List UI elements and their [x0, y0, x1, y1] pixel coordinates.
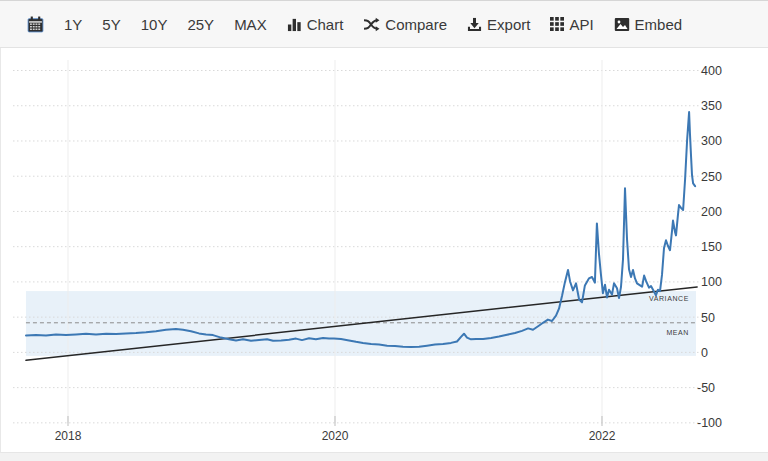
toolbar-button-embed[interactable]: Embed [604, 1, 693, 47]
y-axis-label: -50 [697, 381, 715, 395]
x-axis-label: 2020 [322, 429, 349, 443]
toolbar-button-1y[interactable]: 1Y [54, 1, 92, 47]
x-axis-label: 2022 [589, 429, 616, 443]
y-axis-label: 100 [701, 275, 722, 289]
calendar-icon [27, 16, 44, 33]
calendar-button[interactable] [17, 1, 54, 47]
toolbar-button-25y[interactable]: 25Y [177, 1, 224, 47]
toolbar-button-api-label: API [569, 16, 593, 33]
image-icon [614, 17, 630, 32]
y-axis-label: 150 [701, 240, 722, 254]
price-chart[interactable]: 400350300250200150100500-50-100201820202… [1, 48, 768, 453]
toolbar-button-5y-label: 5Y [102, 16, 120, 33]
bar-chart-icon [287, 17, 302, 32]
x-axis-label: 2018 [55, 429, 82, 443]
toolbar-button-5y[interactable]: 5Y [92, 1, 130, 47]
toolbar-button-embed-label: Embed [635, 16, 683, 33]
toolbar-button-compare-label: Compare [385, 16, 447, 33]
variance-label: VARIANCE [649, 295, 689, 302]
toolbar-button-export[interactable]: Export [457, 1, 540, 47]
y-axis-label: 400 [701, 64, 722, 78]
grid-icon [550, 17, 564, 31]
y-axis-label: -100 [697, 416, 722, 430]
toolbar-button-compare[interactable]: Compare [353, 1, 457, 47]
toolbar: 1Y 5Y 10Y 25Y MAX Chart [0, 0, 768, 48]
mean-label: MEAN [666, 329, 689, 336]
chart-widget: 1Y 5Y 10Y 25Y MAX Chart [0, 0, 768, 461]
toolbar-button-max-label: MAX [234, 16, 267, 33]
toolbar-button-chart[interactable]: Chart [277, 1, 354, 47]
toolbar-button-export-label: Export [487, 16, 530, 33]
toolbar-button-max[interactable]: MAX [224, 1, 277, 47]
y-axis-label: 350 [701, 99, 722, 113]
toolbar-button-api[interactable]: API [540, 1, 603, 47]
toolbar-button-chart-label: Chart [307, 16, 344, 33]
y-axis-label: 200 [701, 205, 722, 219]
chart-container: 400350300250200150100500-50-100201820202… [0, 48, 768, 453]
toolbar-button-10y-label: 10Y [141, 16, 168, 33]
y-axis-label: 250 [701, 170, 722, 184]
toolbar-button-25y-label: 25Y [187, 16, 214, 33]
download-icon [467, 17, 482, 32]
y-axis-label: 0 [701, 346, 708, 360]
toolbar-button-1y-label: 1Y [64, 16, 82, 33]
toolbar-button-10y[interactable]: 10Y [131, 1, 178, 47]
y-axis-label: 300 [701, 134, 722, 148]
shuffle-icon [363, 17, 380, 32]
y-axis-label: 50 [701, 311, 715, 325]
